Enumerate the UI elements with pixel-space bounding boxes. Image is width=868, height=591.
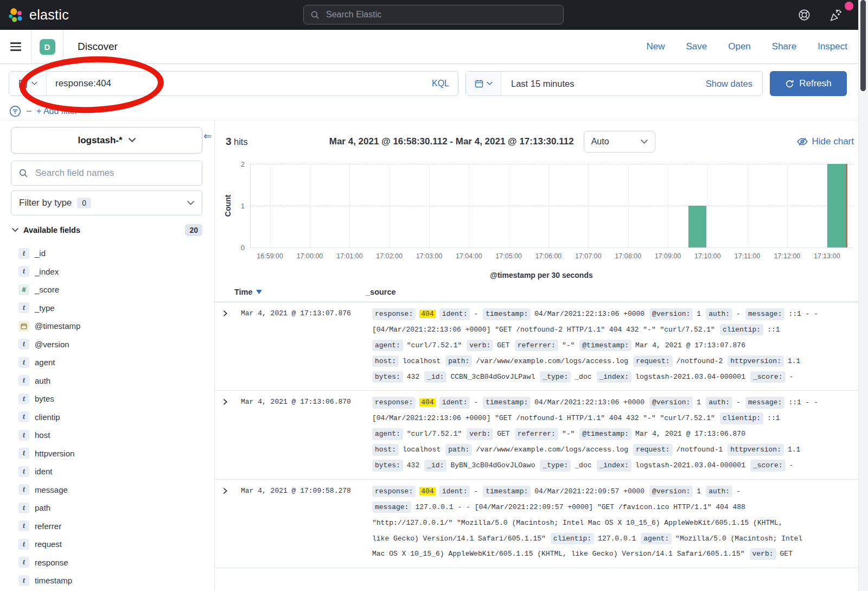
global-search-box[interactable] (303, 5, 564, 24)
row-source: response:404ident:-timestamp:04/Mar/2021… (372, 308, 868, 386)
elastic-logo[interactable]: elastic (0, 7, 69, 23)
field-item-type[interactable]: t_type (11, 299, 202, 317)
nav-action-inspect[interactable]: Inspect (818, 41, 847, 52)
time-column-header[interactable]: Time (234, 288, 366, 296)
field-item-referrer[interactable]: treferrer (11, 517, 202, 536)
chevron-down-icon (12, 228, 18, 232)
field-name-pill: _id: (424, 371, 446, 383)
whats-new-icon[interactable] (829, 8, 843, 22)
x-gridline (668, 164, 668, 247)
main-menu-button[interactable] (0, 30, 31, 63)
field-name-pill: agent: (372, 428, 403, 440)
x-tick-label: 17:02:00 (376, 252, 403, 260)
string-type-icon: t (18, 520, 29, 531)
x-tick-label: 16:59:00 (257, 252, 283, 260)
field-value: 127.0.0.1 - - [04/Mar/2021:22:09:57 +000… (415, 503, 745, 511)
collapse-sidebar-icon[interactable]: ⇐ (203, 131, 212, 141)
field-item-host[interactable]: thost (11, 426, 202, 444)
field-value: - (789, 373, 794, 381)
elastic-logo-icon (8, 7, 24, 23)
hits-number: 3 (226, 136, 232, 147)
field-value: ::1 - - (788, 398, 818, 406)
field-name-pill: host: (372, 444, 399, 456)
scrollbar-thumb[interactable] (860, 0, 866, 91)
x-tick-label: 17:07:00 (575, 252, 602, 260)
query-language-button[interactable]: KQL (432, 79, 458, 88)
nav-action-new[interactable]: New (646, 41, 665, 52)
field-item-response[interactable]: tresponse (11, 554, 202, 572)
field-value: 04/Mar/2021:22:13:06 +0000 (534, 310, 644, 318)
field-name: response (35, 558, 68, 567)
field-search-box[interactable] (11, 161, 202, 186)
quick-select-button[interactable] (466, 72, 501, 96)
field-value: - (474, 310, 478, 318)
field-name-pill: message: (372, 501, 411, 513)
field-item-score[interactable]: #_score (11, 281, 202, 299)
x-tick-label: 17:05:00 (495, 252, 522, 260)
field-value: logstash-2021.03.04-000001 (635, 373, 745, 381)
field-item-id[interactable]: t_id (11, 244, 202, 263)
field-value: 04/Mar/2021:22:09:57 +0000 (534, 487, 644, 495)
field-item-auth[interactable]: tauth (11, 372, 202, 390)
query-input[interactable] (47, 72, 432, 96)
histogram-bar[interactable] (827, 164, 846, 247)
field-name: _type (35, 303, 55, 313)
field-name: ident (35, 467, 53, 476)
available-fields-header[interactable]: Available fields 20 (11, 224, 202, 236)
field-value: 127.0.0.1 (598, 535, 636, 543)
space-selector[interactable]: D (31, 30, 63, 63)
nav-action-open[interactable]: Open (728, 41, 751, 52)
interval-select[interactable]: Auto (584, 131, 655, 152)
field-value: localhost (403, 446, 441, 454)
x-gridline (390, 164, 390, 247)
filter-icon[interactable] (9, 105, 22, 118)
field-item-timestamp[interactable]: @timestamp (11, 317, 202, 335)
help-icon[interactable] (798, 9, 810, 21)
histogram-bar[interactable] (688, 206, 707, 247)
field-item-clientip[interactable]: tclientip (11, 408, 202, 427)
histogram-chart: Count 01216:59:0017:00:0017:01:0017:02:0… (215, 155, 868, 267)
field-item-index[interactable]: t_index (11, 263, 202, 281)
vertical-scrollbar[interactable] (858, 0, 868, 591)
field-name-pill: auth: (706, 486, 732, 498)
source-column-header: _source (366, 288, 396, 296)
saved-queries-button[interactable] (9, 72, 47, 96)
field-name-pill: agent: (372, 340, 403, 352)
x-gridline (707, 164, 708, 247)
field-item-request[interactable]: trequest (11, 535, 202, 554)
field-name-pill: response: (372, 308, 416, 320)
filter-by-type-label: Filter by type (19, 198, 72, 208)
filter-by-type-select[interactable]: Filter by type 0 (11, 190, 202, 215)
show-dates-button[interactable]: Show dates (706, 72, 762, 96)
available-fields-label: Available fields (23, 226, 80, 234)
refresh-button[interactable]: Refresh (770, 71, 847, 96)
field-item-version[interactable]: t@version (11, 335, 202, 354)
add-filter-button[interactable]: + Add filter (36, 106, 78, 116)
field-name-pill: @version: (649, 397, 693, 409)
field-item-agent[interactable]: tagent (11, 353, 202, 372)
brand-name: elastic (29, 7, 69, 23)
field-value: - (736, 398, 741, 406)
field-item-message[interactable]: tmessage (11, 481, 202, 499)
field-item-timestamp[interactable]: ttimestamp (11, 571, 202, 590)
index-pattern-select[interactable]: logstash-* (11, 127, 202, 154)
nav-action-share[interactable]: Share (772, 41, 796, 52)
hits-label: hits (234, 137, 248, 147)
field-item-ident[interactable]: tident (11, 462, 202, 481)
field-name-pill: _id: (424, 460, 446, 472)
discover-main: 3 hits Mar 4, 2021 @ 16:58:30.112 - Mar … (215, 120, 868, 591)
field-item-bytes[interactable]: tbytes (11, 390, 202, 408)
global-search-input[interactable] (325, 9, 557, 20)
row-expand-button[interactable] (215, 486, 241, 564)
time-range-label[interactable]: Last 15 minutes (501, 72, 706, 96)
row-expand-button[interactable] (215, 397, 241, 475)
hide-chart-button[interactable]: Hide chart (797, 136, 854, 147)
x-gridline (548, 164, 549, 247)
field-search-input[interactable] (34, 167, 195, 179)
field-value: _doc (575, 461, 591, 469)
nav-action-save[interactable]: Save (686, 41, 707, 52)
field-item-httpversion[interactable]: thttpversion (11, 444, 202, 463)
field-item-path[interactable]: tpath (11, 499, 202, 517)
row-expand-button[interactable] (215, 308, 241, 386)
x-gridline (748, 164, 748, 247)
